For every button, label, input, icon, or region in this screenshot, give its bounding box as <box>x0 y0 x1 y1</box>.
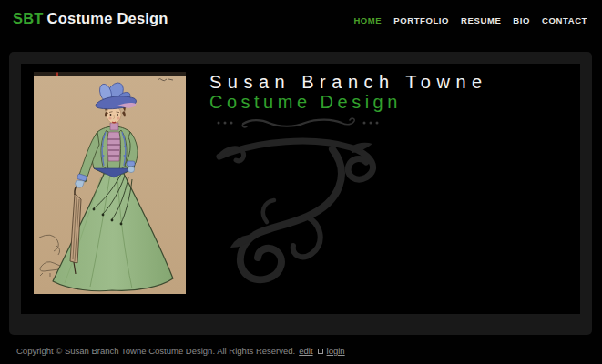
login-link[interactable]: login <box>327 346 345 356</box>
separator-box-icon <box>318 349 323 354</box>
site-logo[interactable]: SBTCostume Design <box>13 10 168 27</box>
page-title: Susan Branch Towne Costume Design <box>209 72 575 113</box>
copyright-text: Copyright © Susan Branch Towne Costume D… <box>16 346 295 356</box>
nav-contact[interactable]: CONTACT <box>542 15 587 25</box>
costume-sketch-image <box>34 72 186 294</box>
footer: Copyright © Susan Branch Towne Costume D… <box>16 346 345 356</box>
heading-subtitle: Costume Design <box>209 92 575 113</box>
edit-link[interactable]: edit <box>299 346 312 356</box>
hero: Susan Branch Towne Costume Design <box>209 64 575 314</box>
nav-bio[interactable]: BIO <box>513 15 530 25</box>
header: SBTCostume Design HOME PORTFOLIO RESUME … <box>0 0 602 52</box>
content-panel: Susan Branch Towne Costume Design <box>9 52 592 335</box>
logo-text: Costume Design <box>47 10 168 26</box>
main-nav: HOME PORTFOLIO RESUME BIO CONTACT <box>353 15 587 25</box>
content-inner: Susan Branch Towne Costume Design <box>21 64 580 314</box>
nav-portfolio[interactable]: PORTFOLIO <box>393 15 449 25</box>
nav-home[interactable]: HOME <box>353 15 382 25</box>
logo-prefix: SBT <box>13 10 44 26</box>
flourish-ornament-icon <box>212 135 394 286</box>
nav-resume[interactable]: RESUME <box>461 15 501 25</box>
heading-name: Susan Branch Towne <box>209 72 575 92</box>
divider-ornament-icon <box>216 116 380 126</box>
